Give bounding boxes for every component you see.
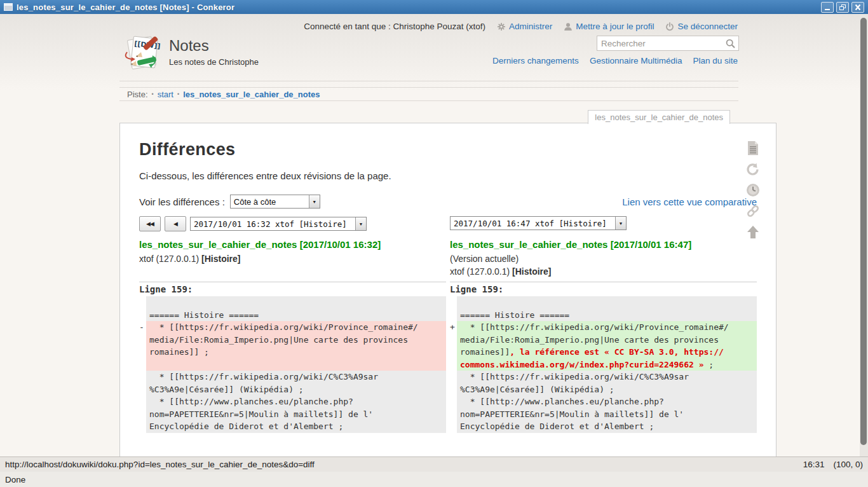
left-revision-header: les_notes_sur_le_cahier_de_notes [2017/1… bbox=[139, 239, 446, 279]
diff-line: romaines]], la référence est « CC BY-SA … bbox=[450, 346, 757, 359]
search-input[interactable] bbox=[597, 39, 726, 48]
page-icon bbox=[746, 141, 760, 156]
right-revision-author: xtof (127.0.0.1) bbox=[450, 266, 512, 277]
mode-line: http://localhost/dokuwiki/doku.php?id=le… bbox=[0, 456, 868, 472]
close-button[interactable] bbox=[851, 2, 864, 13]
diff-line bbox=[450, 296, 757, 309]
diff-line bbox=[139, 359, 446, 371]
left-line-header: Ligne 159: bbox=[139, 282, 446, 296]
diff-right-column: ====== Histoire ======+ * [[https://fr.w… bbox=[450, 296, 757, 433]
restore-button[interactable] bbox=[836, 2, 849, 13]
diff-left-column: ====== Histoire ======- * [[https://fr.w… bbox=[139, 296, 446, 433]
window-title: les_notes_sur_le_cahier_de_notes [Notes]… bbox=[17, 3, 821, 12]
diff-line: * [[http://www.planches.eu/planche.php? bbox=[139, 395, 446, 408]
scrollbar-thumb[interactable] bbox=[860, 18, 867, 445]
diff-line: %C3%A9e|Césarée]] (Wikipédia) ; bbox=[139, 383, 446, 396]
breadcrumb-link-current[interactable]: les_notes_sur_le_cahier_de_notes bbox=[183, 90, 320, 99]
site-tagline: Les notes de Christophe bbox=[169, 57, 259, 67]
right-revision-history: [Histoire] bbox=[512, 266, 551, 277]
chevron-down-icon: ▼ bbox=[615, 217, 626, 230]
first-diff-button[interactable]: ◀◀ bbox=[139, 216, 161, 231]
right-revision-current: (Version actuelle) bbox=[450, 254, 757, 264]
vertical-scrollbar[interactable] bbox=[860, 14, 868, 456]
breadcrumb-separator: • bbox=[177, 91, 179, 97]
chevron-down-icon: ▼ bbox=[309, 195, 320, 208]
diff-line: commons.wikimedia.org/w/index.php?curid=… bbox=[450, 359, 757, 371]
diff-line: Encyclopédie de Diderot et d'Alembert ; bbox=[450, 420, 757, 433]
show-page-button[interactable] bbox=[745, 140, 761, 156]
header-link-sitemap[interactable]: Plan du site bbox=[693, 56, 738, 65]
header-divider bbox=[119, 81, 738, 81]
right-line-header: Ligne 159: bbox=[450, 282, 757, 296]
logout-link[interactable]: Se déconnecter bbox=[665, 22, 738, 31]
diff-line: ====== Histoire ====== bbox=[139, 309, 446, 322]
revert-button[interactable] bbox=[745, 161, 761, 177]
diff-line: - * [[https://fr.wikipedia.org/wiki/Prov… bbox=[139, 321, 446, 334]
logout-link-label[interactable]: Se déconnecter bbox=[677, 22, 738, 31]
diff-line: * [[https://fr.wikipedia.org/wiki/C%C3%A… bbox=[450, 371, 757, 383]
page-tools bbox=[745, 140, 761, 240]
status-url: http://localhost/dokuwiki/doku.php?id=le… bbox=[0, 460, 803, 469]
echo-area: Done bbox=[0, 472, 868, 487]
left-revision-link[interactable]: les_notes_sur_le_cahier_de_notes [2017/1… bbox=[139, 239, 381, 250]
power-icon bbox=[665, 22, 674, 31]
minimize-button[interactable] bbox=[821, 2, 834, 13]
top-icon bbox=[746, 224, 760, 240]
site-title[interactable]: Notes bbox=[169, 37, 209, 55]
window-icon bbox=[4, 3, 13, 11]
left-revision-select[interactable]: 2017/10/01 16:32 xtof [Histoire] ▼ bbox=[190, 217, 367, 231]
diff-line: nom=PAPETTERIE&nr=5|Moulin à maillets]] … bbox=[450, 408, 757, 421]
right-revision-select[interactable]: 2017/10/01 16:47 xtof [Histoire] ▼ bbox=[450, 216, 627, 230]
diff-line: romaines]] ; bbox=[139, 346, 446, 359]
diff-line: media/File:Romia_Imperio.png|Une carte d… bbox=[450, 334, 757, 346]
old-revisions-button[interactable] bbox=[745, 182, 761, 198]
user-icon bbox=[564, 22, 573, 31]
user-bar: Connecté en tant que : Christophe Pouzat… bbox=[304, 22, 738, 31]
compare-view-link[interactable]: Lien vers cette vue comparative bbox=[622, 196, 757, 207]
back-to-top-button[interactable] bbox=[745, 224, 761, 240]
admin-link-label[interactable]: Administrer bbox=[509, 22, 552, 31]
diff-view-select-value: Côte à côte bbox=[231, 195, 309, 208]
window-titlebar[interactable]: les_notes_sur_le_cahier_de_notes [Notes]… bbox=[0, 0, 868, 14]
status-scroll-position: (100, 0) bbox=[833, 460, 863, 469]
diff-line bbox=[139, 296, 446, 309]
restore-icon bbox=[839, 4, 846, 11]
diff-line: %C3%A9e|Césarée]] (Wikipédia) ; bbox=[450, 383, 757, 396]
header-link-media-manager[interactable]: Gestionnaire Multimédia bbox=[590, 56, 682, 65]
status-message: Done bbox=[5, 475, 25, 484]
diff-intro: Ci-dessous, les différences entre deux r… bbox=[139, 170, 757, 181]
breadcrumb-label: Piste: bbox=[127, 90, 148, 99]
view-select-label: Voir les différences : bbox=[139, 196, 225, 207]
search-icon[interactable] bbox=[726, 39, 735, 48]
diff-line: * [[http://www.planches.eu/planche.php? bbox=[450, 395, 757, 408]
admin-link[interactable]: Administrer bbox=[497, 22, 552, 31]
profile-link-label[interactable]: Mettre à jour le profil bbox=[576, 22, 654, 31]
logged-in-text: Connecté en tant que : Christophe Pouzat… bbox=[304, 22, 485, 31]
breadcrumb-link-start[interactable]: start bbox=[158, 90, 173, 99]
diff-line: + * [[https://fr.wikipedia.org/wiki/Prov… bbox=[450, 321, 757, 334]
close-icon bbox=[854, 4, 862, 11]
diff-line: nom=PAPETTERIE&nr=5|Moulin à maillets]] … bbox=[139, 408, 446, 421]
status-clock: 16:31 bbox=[803, 460, 825, 469]
prev-diff-button[interactable]: ◀ bbox=[165, 216, 186, 231]
browser-viewport: Connecté en tant que : Christophe Pouzat… bbox=[0, 14, 860, 456]
right-revision-header: les_notes_sur_le_cahier_de_notes [2017/1… bbox=[450, 239, 757, 279]
backlinks-button[interactable] bbox=[745, 203, 761, 219]
header-link-recent-changes[interactable]: Derniers changements bbox=[492, 56, 579, 65]
dokuwiki-logo[interactable]: [[DW]] bbox=[121, 33, 164, 72]
content-page: Différences Ci-dessous, les différences … bbox=[119, 123, 776, 456]
diff-line: media/File:Romia_Imperio.png|Une carte d… bbox=[139, 334, 446, 346]
diff-line: ====== Histoire ====== bbox=[450, 309, 757, 322]
diff-view-select[interactable]: Côte à côte ▼ bbox=[230, 195, 320, 209]
left-revision-history: [Histoire] bbox=[201, 254, 240, 264]
search-box[interactable] bbox=[597, 36, 739, 51]
diff-line: * [[https://fr.wikipedia.org/wiki/C%C3%A… bbox=[139, 371, 446, 383]
breadcrumb-separator: • bbox=[152, 91, 154, 97]
page-title: Différences bbox=[139, 140, 757, 160]
chevron-down-icon: ▼ bbox=[355, 217, 366, 230]
profile-link[interactable]: Mettre à jour le profil bbox=[564, 22, 654, 31]
diff-line: Encyclopédie de Diderot et d'Alembert ; bbox=[139, 420, 446, 433]
breadcrumb: Piste: • start • les_notes_sur_le_cahier… bbox=[119, 87, 738, 101]
right-revision-link[interactable]: les_notes_sur_le_cahier_de_notes [2017/1… bbox=[450, 239, 691, 250]
right-revision-select-value: 2017/10/01 16:47 xtof [Histoire] bbox=[451, 217, 615, 230]
